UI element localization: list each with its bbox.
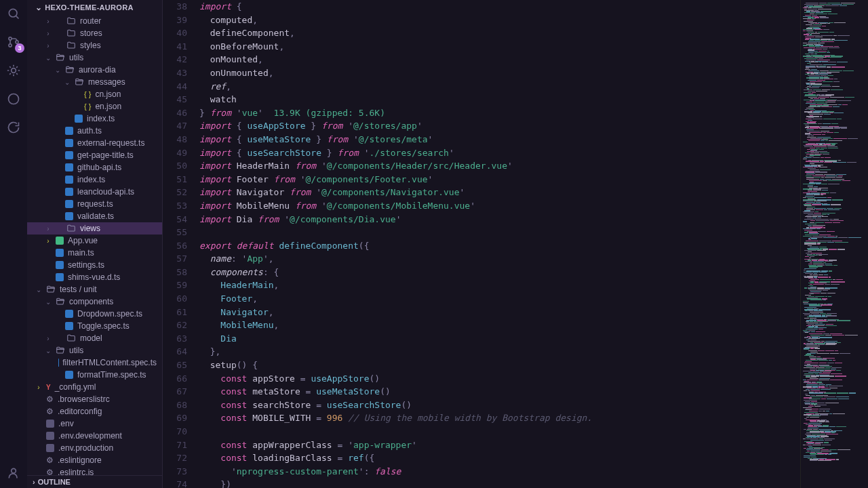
tree-item[interactable]: ›App.vue [27, 235, 162, 247]
svg-point-3 [9, 44, 12, 47]
tree-item[interactable]: ⌄messages [27, 76, 162, 88]
tree-item-label: en.json [95, 102, 121, 111]
project-header[interactable]: ⌄ HEXO-THEME-AURORA [27, 0, 162, 15]
tree-item-label: messages [88, 77, 125, 87]
outline-label: OUTLINE [38, 478, 71, 486]
tree-item[interactable]: external-request.ts [27, 137, 162, 149]
tree-item-label: filterHTMLContent.spec.ts [62, 358, 157, 367]
tree-item-label: model [80, 333, 102, 343]
svg-line-1 [16, 16, 19, 19]
tree-item-label: _config.yml [55, 382, 96, 392]
tree-item-label: index.ts [77, 175, 105, 184]
tree-item[interactable]: index.ts [27, 113, 162, 125]
line-gutter: 3839404142434445464748495051525354555657… [163, 0, 199, 488]
tree-item[interactable]: formatTime.spec.ts [27, 369, 162, 381]
search-icon[interactable] [5, 5, 22, 22]
tree-item-label: .eslintignore [58, 455, 102, 465]
source-control-icon[interactable]: 3 [5, 34, 22, 50]
outline-header[interactable]: › OUTLINE [27, 475, 162, 488]
tree-item[interactable]: ›views [27, 222, 162, 235]
tree-item-label: leancloud-api.ts [77, 187, 134, 197]
project-title: HEXO-THEME-AURORA [45, 3, 133, 12]
tree-item[interactable]: index.ts [27, 174, 162, 186]
tree-item-label: index.ts [87, 114, 115, 123]
scm-badge: 3 [15, 43, 24, 53]
tree-item-label: .browserslistrc [58, 394, 110, 404]
tree-item-label: cn.json [95, 89, 121, 99]
tree-item-label: Dropdown.spec.ts [77, 309, 142, 319]
tree-item[interactable]: ›stores [27, 27, 162, 39]
tree-item-label: .env.production [58, 443, 113, 453]
svg-point-2 [9, 37, 12, 40]
tree-item[interactable]: request.ts [27, 198, 162, 210]
tree-item-label: tests / unit [60, 285, 97, 294]
tree-item-label: utils [69, 346, 83, 355]
tree-item[interactable]: .env.development [27, 430, 162, 442]
tree-item[interactable]: shims-vue.d.ts [27, 271, 162, 283]
tree-item-label: settings.ts [68, 260, 104, 270]
tree-item-label: Toggle.spec.ts [77, 321, 130, 331]
tree-item[interactable]: auth.ts [27, 125, 162, 137]
tree-item[interactable]: { }cn.json [27, 88, 162, 100]
extensions-icon[interactable] [5, 91, 22, 107]
svg-point-6 [9, 94, 19, 104]
sync-icon[interactable] [5, 119, 22, 136]
debug-icon[interactable] [5, 62, 22, 79]
tree-item[interactable]: leancloud-api.ts [27, 186, 162, 198]
tree-item[interactable]: ⌄utils [27, 52, 162, 64]
activity-bar: 3 [0, 0, 27, 488]
tree-item-label: auth.ts [77, 126, 102, 136]
tree-item[interactable]: ›router [27, 15, 162, 27]
tree-item-label: formatTime.spec.ts [77, 370, 146, 380]
chevron-down-icon: ⌄ [35, 3, 42, 12]
tree-item-label: .editorconfig [58, 407, 102, 416]
tree-item-label: stores [80, 28, 102, 38]
tree-item-label: styles [80, 41, 101, 50]
tree-item[interactable]: ⌄tests / unit [27, 283, 162, 296]
minimap[interactable] [800, 0, 868, 488]
tree-item[interactable]: .env.production [27, 442, 162, 454]
tree-item-label: request.ts [77, 199, 113, 209]
svg-point-7 [12, 468, 16, 473]
tree-item[interactable]: .env [27, 418, 162, 430]
tree-item[interactable]: main.ts [27, 247, 162, 259]
svg-point-0 [9, 9, 17, 17]
tree-item-label: views [80, 224, 100, 233]
code-content[interactable]: import { computed, defineComponent, onBe… [199, 0, 800, 488]
tree-item[interactable]: ⌄components [27, 296, 162, 308]
tree-item-label: external-request.ts [77, 138, 144, 148]
tree-item-label: shims-vue.d.ts [68, 272, 120, 282]
tree-item[interactable]: ⌄aurora-dia [27, 64, 162, 76]
tree-item-label: validate.ts [77, 211, 114, 221]
tree-item-label: router [80, 16, 101, 26]
tree-item[interactable]: get-page-title.ts [27, 149, 162, 161]
tree-item-label: App.vue [68, 236, 98, 245]
tree-item-label: utils [69, 53, 83, 62]
tree-item-label: main.ts [68, 248, 94, 258]
tree-item-label: .env.development [58, 431, 122, 441]
tree-item[interactable]: github-api.ts [27, 161, 162, 174]
tree-item[interactable]: ⌄utils [27, 344, 162, 357]
tree-item[interactable]: ›model [27, 332, 162, 344]
tree-item[interactable]: Dropdown.spec.ts [27, 308, 162, 320]
tree-item[interactable]: settings.ts [27, 259, 162, 271]
tree-item-label: github-api.ts [77, 163, 121, 172]
tree-item[interactable]: ›Y_config.yml [27, 381, 162, 393]
tree-item[interactable]: ›styles [27, 39, 162, 52]
tree-item[interactable]: ⚙.eslintrc.js [27, 466, 162, 475]
code-editor[interactable]: 3839404142434445464748495051525354555657… [163, 0, 868, 488]
tree-item-label: .eslintrc.js [58, 468, 94, 475]
explorer-sidebar: ⌄ HEXO-THEME-AURORA ›router›stores›style… [27, 0, 163, 488]
tree-item[interactable]: ⚙.eslintignore [27, 454, 162, 466]
tree-item-label: .env [58, 419, 74, 428]
tree-item[interactable]: Toggle.spec.ts [27, 320, 162, 332]
svg-point-5 [12, 68, 16, 73]
tree-item[interactable]: ⚙.editorconfig [27, 405, 162, 418]
chevron-right-icon: › [33, 478, 35, 486]
tree-item[interactable]: filterHTMLContent.spec.ts [27, 357, 162, 369]
tree-item[interactable]: ⚙.browserslistrc [27, 393, 162, 405]
tree-item-label: aurora-dia [79, 65, 116, 75]
tree-item[interactable]: { }en.json [27, 100, 162, 113]
tree-item[interactable]: validate.ts [27, 210, 162, 222]
account-icon[interactable] [5, 465, 22, 481]
